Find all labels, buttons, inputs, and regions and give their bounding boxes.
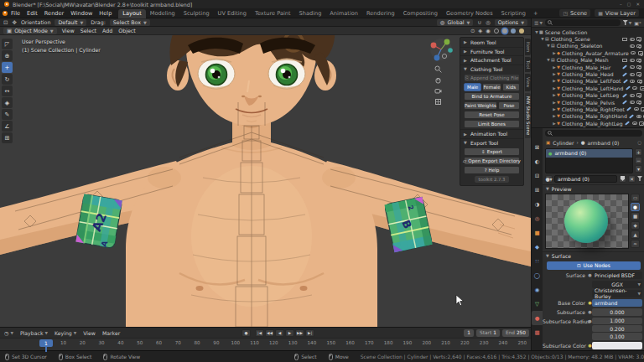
outliner-row[interactable]: ▶▼Clothing_Male_RightHand [532,113,644,120]
outliner-filter-mode-button[interactable]: ☰▼ [534,20,543,26]
use-nodes-button[interactable]: ⊡ Use Nodes [547,261,641,270]
viewport-canvas[interactable]: A2 A B [0,35,531,327]
subsurface-method-dropdown[interactable]: Christensen-Burley▼ [592,290,642,297]
jump-start-button[interactable]: |◀ [255,329,264,337]
panel-room-tool[interactable]: ▶Room Tool [460,38,523,47]
surface-shader-field[interactable]: Principled BSDF [592,272,642,279]
move-gizmo-icon[interactable]: ✥ [12,19,16,26]
properties-tab-particles[interactable]: ∷ [532,254,543,268]
eye-icon[interactable] [636,115,641,118]
view-layer-selector[interactable]: ▦ View Layer [595,9,639,17]
eye-icon[interactable] [631,51,636,54]
properties-tab-world[interactable]: ◎ [532,211,543,225]
menu-edit[interactable]: Edit [23,10,41,17]
outliner-row[interactable]: ▶▼Clothing_Male_LeftHand [532,85,644,91]
transform-orientation-dropdown[interactable]: ◍ Global ▼ [437,19,474,26]
material-name-field[interactable]: armband (0) [554,175,617,183]
pose-button[interactable]: Pose [498,101,520,110]
gender-male-button[interactable]: Male [464,83,481,91]
grid-ortho-icon[interactable] [434,98,442,106]
autokey-record-button[interactable]: ● [242,329,251,337]
menu-window[interactable]: Window [67,10,96,17]
gender-female-button[interactable]: Female [482,83,501,91]
monitor-icon[interactable] [622,38,627,41]
append-clothing-file-button[interactable]: ⎘Append Clothing File [464,74,520,82]
eye-icon[interactable] [630,73,635,76]
eye-icon[interactable] [630,80,635,83]
tool-cursor-button[interactable]: ⊕ [2,50,13,61]
frame-start-field[interactable]: Start1 [476,329,500,337]
overlays-toggle-icon[interactable]: ◉ [486,28,491,34]
outliner-row[interactable]: ▼▤Clothing_Skeleton [532,43,644,49]
viewport-menu-select[interactable]: Select [80,28,96,34]
paint-weights-button[interactable]: Paint Weights [464,101,497,110]
eye-icon[interactable] [630,94,635,97]
camera-icon[interactable] [636,101,641,105]
panel-attachment-tool[interactable]: ▶Attachment Tool [460,55,523,65]
browse-material-button[interactable]: ●▾ [545,175,553,183]
eye-icon[interactable] [630,59,635,62]
prev-keyframe-button[interactable]: ◀◀ [265,329,274,337]
menu-help[interactable]: Help [96,10,115,17]
drag-mode-dropdown[interactable]: Select Box ▼ [110,19,150,26]
navigation-gizmo[interactable] [428,37,454,62]
outliner-row[interactable]: ▶▼Clothing_Male_LeftFoot [532,78,644,85]
orientation-dropdown[interactable]: Default ▼ [55,19,86,26]
timeline-menu-view[interactable]: View [83,330,96,336]
workspace-tab-shading[interactable]: Shading [295,9,326,18]
export-button[interactable]: ⇩Export [464,147,520,156]
gizmos-toggle-icon[interactable]: ◈ [478,28,482,34]
tool-measure-button[interactable]: ∠ [2,121,13,132]
workspace-tab-compositing[interactable]: Compositing [399,9,442,18]
preview-flat-button[interactable]: ▭ [631,194,640,202]
viewport-menu-view[interactable]: View [62,28,75,34]
tool-move-button[interactable]: + [2,62,13,73]
workspace-tab-animation[interactable]: Animation [325,9,362,18]
add-workspace-button[interactable]: + [530,10,542,17]
camera-icon[interactable] [638,51,643,55]
sidebar-tab-mw-studio-scene[interactable]: MW Studio Scene [525,93,531,138]
timeline-menu-playback[interactable]: Playback▼ [20,330,48,336]
mode-dropdown[interactable]: ▣ Object Mode ▼ [3,28,57,34]
camera-icon[interactable] [640,86,644,90]
workspace-tab-geometry-nodes[interactable]: Geometry Nodes [442,9,497,18]
properties-tab-render[interactable]: ◐ [532,154,543,168]
viewport-3d[interactable]: ▣ Object Mode ▼ ViewSelectAddObject ⊙ ◈ … [0,27,531,327]
camera-icon[interactable] [636,65,641,70]
properties-tab-texture[interactable]: ▩ [532,325,543,339]
camera-icon[interactable] [641,107,644,111]
sidebar-tab-tool[interactable]: Tool [525,57,531,72]
outliner-row[interactable]: ▶▼Clothing_Male_Pelvis [532,99,644,106]
active-tool-icon[interactable]: ⊡ [3,19,8,26]
camera-icon[interactable] [637,80,642,84]
panel-furniture-tool[interactable]: ▶Furniture Tool [460,47,523,56]
play-reverse-button[interactable]: ◀ [275,329,284,337]
properties-tab-material[interactable]: ● [532,311,543,325]
close-icon[interactable]: ✕ [636,2,640,7]
preview-cloth-button[interactable]: ▲ [631,230,640,239]
outliner-filter-button[interactable]: ▼ [623,20,631,25]
eye-icon[interactable] [632,122,637,125]
shading-solid-icon[interactable] [502,28,507,34]
gender-kids-button[interactable]: Kids [502,83,520,91]
outliner-row[interactable]: ▼▤Clothing_Scene [532,35,644,42]
sidebar-tab-view[interactable]: View [525,74,531,91]
camera-view-icon[interactable] [434,87,442,95]
help-button[interactable]: ?Help [464,166,520,174]
outliner-row[interactable]: ▶▼Clothing_Male_LeftLeg [532,92,644,99]
menu-file[interactable]: File [8,10,23,17]
axis-x-handle[interactable] [431,43,437,49]
camera-icon[interactable] [636,59,641,63]
panel-animation-tool[interactable]: ▶Animation Tool [460,129,523,138]
preview-hair-button[interactable]: ◆ [631,221,640,230]
tool-select-box-button[interactable]: ◸ [2,39,13,49]
frame-end-field[interactable]: End250 [502,329,529,337]
radius-y-field[interactable]: 0.200 [592,325,642,332]
proportional-edit-icon[interactable]: ◎ [486,19,491,26]
radius-x-field[interactable]: 1.000 [592,318,642,324]
axis-y-handle[interactable] [444,39,450,45]
reset-pose-button[interactable]: Reset Pose [464,111,520,119]
properties-tab-scene[interactable]: ◑ [532,197,543,211]
pivot-point-icon[interactable]: ⊙ [470,28,475,34]
radius-z-field[interactable]: 0.100 [592,333,642,339]
